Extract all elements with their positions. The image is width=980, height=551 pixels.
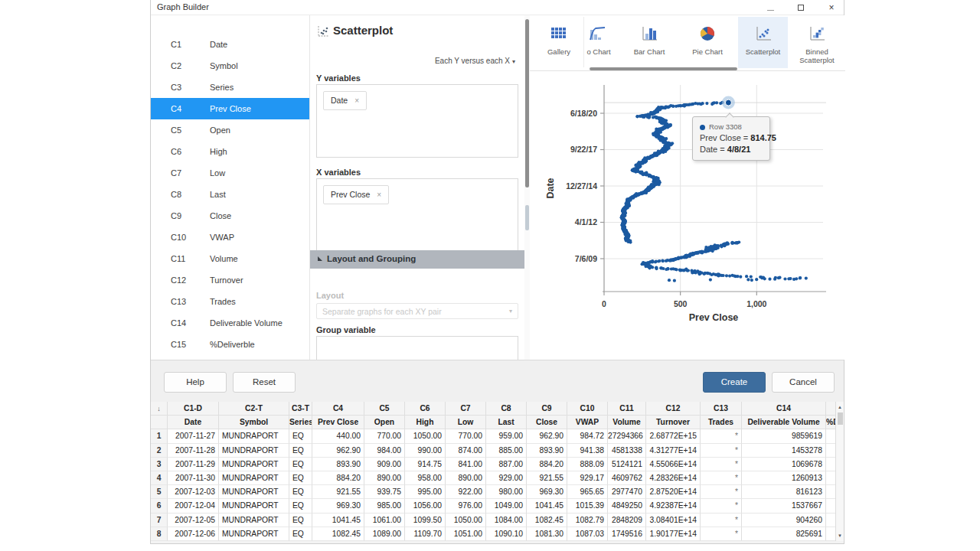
worksheet-cell[interactable]: 990.00 [405, 444, 446, 458]
column-header-cell[interactable]: Low [446, 416, 486, 429]
worksheet-cell[interactable]: 941.38 [567, 444, 608, 458]
worksheet-cell[interactable]: 1041.45 [527, 499, 567, 513]
worksheet-cell[interactable]: 922.00 [446, 485, 486, 499]
column-header-cell[interactable]: Open [364, 416, 405, 429]
worksheet-cell[interactable]: 1051.00 [446, 527, 486, 541]
worksheet-cell[interactable]: 4581338 [608, 444, 646, 458]
worksheet-cell[interactable]: 959.00 [486, 429, 527, 443]
worksheet-cell[interactable]: 1015.39 [567, 499, 608, 513]
layout-grouping-header[interactable]: Layout and Grouping [310, 250, 524, 269]
column-list-item-vwap[interactable]: C10VWAP [151, 227, 310, 248]
cancel-button[interactable]: Cancel [772, 372, 835, 393]
worksheet-cell[interactable]: 1537667 [742, 499, 826, 513]
worksheet-cell[interactable]: MUNDRAPORT [219, 458, 289, 471]
worksheet-cell[interactable]: 929.17 [567, 471, 608, 485]
column-list-item-close[interactable]: C9Close [151, 205, 310, 227]
worksheet-cell[interactable]: 976.00 [446, 499, 486, 513]
maximize-button[interactable] [791, 0, 811, 15]
group-variable-box[interactable] [316, 336, 518, 363]
worksheet-cell[interactable]: 962.90 [312, 444, 364, 458]
row-number-cell[interactable]: 4 [151, 471, 168, 485]
row-number-cell[interactable]: 1 [151, 429, 168, 443]
create-button[interactable]: Create [703, 372, 766, 393]
worksheet-cell[interactable]: 921.55 [527, 471, 567, 485]
worksheet-cell[interactable]: EQ [289, 514, 312, 527]
worksheet-cell[interactable]: 1.90177E+14 [646, 527, 701, 541]
column-header-cell[interactable]: C3-T [289, 402, 312, 416]
worksheet-cell[interactable]: 921.55 [312, 485, 364, 499]
column-header-cell[interactable]: VWAP [567, 416, 608, 429]
worksheet-cell[interactable]: EQ [289, 471, 312, 485]
worksheet-cell[interactable]: MUNDRAPORT [219, 527, 289, 541]
worksheet-cell[interactable]: 893.90 [527, 444, 567, 458]
row-number-cell[interactable]: 2 [151, 444, 168, 458]
column-header-cell[interactable]: C4 [312, 402, 364, 416]
worksheet-cell[interactable]: 9859619 [742, 429, 826, 443]
worksheet-cell[interactable]: 914.75 [405, 458, 446, 471]
worksheet-cell[interactable]: MUNDRAPORT [219, 499, 289, 513]
worksheet-cell[interactable]: EQ [289, 485, 312, 499]
worksheet-cell[interactable]: 1069678 [742, 458, 826, 471]
scatterplot-chart[interactable]: 6/18/209/22/1712/27/144/1/127/6/0905001,… [530, 71, 845, 360]
worksheet-cell[interactable]: 1260913 [742, 471, 826, 485]
column-header-cell[interactable]: Last [486, 416, 527, 429]
worksheet-cell[interactable]: 1090.10 [486, 527, 527, 541]
worksheet-cell[interactable]: 985.00 [364, 499, 405, 513]
worksheet-cell[interactable]: 1749516 [608, 527, 646, 541]
worksheet-cell[interactable]: 27294366 [608, 429, 646, 443]
worksheet-cell[interactable]: 909.00 [364, 458, 405, 471]
column-list-item-prev-close[interactable]: C4Prev Close [151, 98, 310, 119]
worksheet-cell[interactable]: 969.30 [527, 485, 567, 499]
worksheet-cell[interactable]: 995.00 [405, 485, 446, 499]
column-header-cell[interactable]: High [405, 416, 446, 429]
layout-select[interactable]: Separate graphs for each XY pair ▾ [316, 303, 518, 319]
worksheet-cell[interactable]: * [701, 471, 742, 485]
column-header-cell[interactable] [151, 416, 168, 429]
row-number-cell[interactable]: 7 [151, 514, 168, 527]
worksheet-cell[interactable]: MUNDRAPORT [219, 485, 289, 499]
worksheet-cell[interactable]: 770.00 [446, 429, 486, 443]
worksheet-cell[interactable]: 4609762 [608, 471, 646, 485]
worksheet-cell[interactable]: MUNDRAPORT [219, 514, 289, 527]
worksheet-cell[interactable]: 5124121 [608, 458, 646, 471]
worksheet-cell[interactable]: * [701, 499, 742, 513]
worksheet-cell[interactable]: 2007-11-30 [168, 471, 219, 485]
worksheet-cell[interactable]: EQ [289, 444, 312, 458]
worksheet-cell[interactable]: 1050.00 [405, 429, 446, 443]
worksheet-cell[interactable]: EQ [289, 429, 312, 443]
x-variables-box[interactable]: Prev Close× [316, 178, 518, 253]
worksheet-cell[interactable]: 884.20 [312, 471, 364, 485]
scroll-down-arrow[interactable]: ▼ [836, 533, 844, 538]
worksheet-cell[interactable]: 1084.00 [486, 514, 527, 527]
column-header-cell[interactable]: Close [527, 416, 567, 429]
worksheet-cell[interactable]: 4.28326E+14 [646, 471, 701, 485]
worksheet-cell[interactable]: * [701, 444, 742, 458]
builder-panel-scrollbar[interactable] [524, 15, 530, 360]
worksheet-cell[interactable]: 980.00 [486, 485, 527, 499]
column-list-item--deliverble[interactable]: C15%Deliverble [151, 334, 310, 355]
column-header-cell[interactable]: C2-T [219, 402, 289, 416]
worksheet-cell[interactable]: 2977470 [608, 485, 646, 499]
worksheet-cell[interactable]: 1089.00 [364, 527, 405, 541]
worksheet-cell[interactable]: 962.90 [527, 429, 567, 443]
column-header-cell[interactable]: C11 [608, 402, 646, 416]
close-button[interactable]: × [822, 0, 841, 15]
column-list-item-deliverable-volume[interactable]: C14Deliverable Volume [151, 312, 310, 334]
column-header-cell[interactable]: C1-D [168, 402, 219, 416]
worksheet-cell[interactable]: 965.65 [567, 485, 608, 499]
column-list-item-symbol[interactable]: C2Symbol [151, 55, 310, 77]
worksheet-cell[interactable]: 1049.00 [486, 499, 527, 513]
worksheet-cell[interactable]: 1041.45 [312, 514, 364, 527]
table-vertical-scrollbar[interactable]: ▲▼ [835, 402, 844, 541]
worksheet-cell[interactable]: * [701, 527, 742, 541]
worksheet-cell[interactable]: 2007-11-27 [168, 429, 219, 443]
gallery-tile-pie-chart[interactable]: Pie Chart [678, 17, 737, 68]
worksheet-cell[interactable]: 939.75 [364, 485, 405, 499]
worksheet-cell[interactable]: * [701, 514, 742, 527]
worksheet-cell[interactable]: 984.00 [364, 444, 405, 458]
worksheet-cell[interactable]: 2.87520E+14 [646, 485, 701, 499]
plot-mode-dropdown[interactable]: Each Y versus each X▾ [435, 57, 515, 65]
column-header-cell[interactable]: C9 [527, 402, 567, 416]
column-list-item-date[interactable]: C1Date [151, 34, 310, 55]
worksheet-cell[interactable]: 816123 [742, 485, 826, 499]
